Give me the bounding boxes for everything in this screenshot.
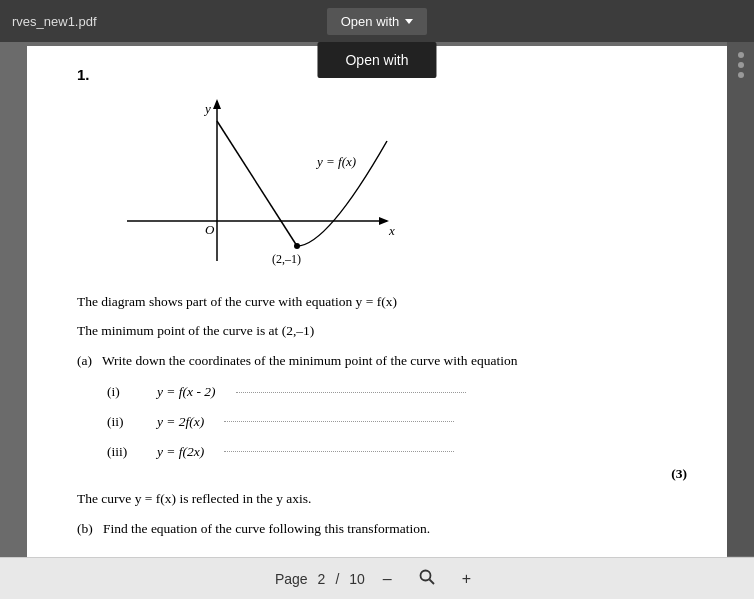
file-title: rves_new1.pdf: [12, 14, 97, 29]
svg-marker-1: [213, 99, 221, 109]
part-b: (b) Find the equation of the curve follo…: [77, 517, 697, 541]
svg-line-5: [429, 579, 434, 584]
page-label: Page: [275, 571, 308, 587]
dotted-line-ii: [224, 421, 454, 422]
search-button[interactable]: [410, 564, 444, 594]
sub-ii-label: (ii): [107, 407, 157, 437]
desc-1-text: The diagram shows part of the curve with…: [77, 294, 397, 309]
sub-i-label: (i): [107, 377, 157, 407]
origin-label: O: [205, 222, 215, 237]
page-separator: /: [335, 571, 339, 587]
dotted-line-iii: [224, 451, 454, 452]
sub-question-i: (i) y = f(x - 2): [107, 377, 697, 407]
open-with-label: Open with: [341, 14, 400, 29]
sub-question-iii: (iii) y = f(2x): [107, 437, 697, 467]
sub-iii-label: (iii): [107, 437, 157, 467]
sub-i-text: y = f(x - 2): [157, 377, 216, 407]
svg-marker-3: [379, 217, 389, 225]
description-1: The diagram shows part of the curve with…: [77, 291, 697, 314]
graph-svg: O y x (2,–1) y = f(x): [97, 91, 417, 281]
zoom-out-button[interactable]: –: [375, 566, 400, 592]
zoom-out-label: –: [383, 570, 392, 587]
side-dot-1: [738, 52, 744, 58]
graph-container: O y x (2,–1) y = f(x): [97, 91, 697, 281]
sub-iii-text: y = f(2x): [157, 437, 204, 467]
desc-2-text: The minimum point of the curve is at (2,…: [77, 323, 314, 338]
sub-question-ii: (ii) y = 2f(x): [107, 407, 697, 437]
zoom-in-label: +: [462, 570, 471, 587]
top-bar: rves_new1.pdf Open with: [0, 0, 754, 42]
dropdown-arrow-icon: [405, 19, 413, 24]
minimum-label: (2,–1): [272, 252, 301, 266]
open-with-button[interactable]: Open with: [327, 8, 428, 35]
svg-point-4: [420, 570, 430, 580]
side-panel-right: [727, 42, 754, 556]
part-a-text: Write down the coordinates of the minimu…: [102, 353, 518, 368]
current-page: 2: [318, 571, 326, 587]
open-with-dropdown[interactable]: Open with: [317, 42, 436, 78]
side-dot-3: [738, 72, 744, 78]
part-b-text: Find the equation of the curve following…: [103, 521, 430, 536]
marks-3: (3): [77, 466, 687, 482]
part-a-label: (a): [77, 353, 92, 368]
search-icon: [418, 568, 436, 586]
dotted-line-i: [236, 392, 466, 393]
minimum-point: [294, 243, 300, 249]
sub-ii-text: y = 2f(x): [157, 407, 204, 437]
part-b-desc: The curve y = f(x) is reflected in the y…: [77, 488, 697, 511]
description-2: The minimum point of the curve is at (2,…: [77, 320, 697, 343]
part-b-label: (b): [77, 521, 93, 536]
side-dot-2: [738, 62, 744, 68]
total-pages: 10: [349, 571, 365, 587]
dropdown-open-with-label: Open with: [345, 52, 408, 68]
function-label: y = f(x): [315, 154, 356, 169]
main-content: 1. O y x (2,–: [27, 46, 727, 560]
x-axis-label: x: [388, 223, 395, 238]
bottom-toolbar: Page 2 / 10 – +: [0, 557, 754, 599]
y-axis-label: y: [203, 101, 211, 116]
part-a: (a) Write down the coordinates of the mi…: [77, 349, 697, 373]
zoom-in-button[interactable]: +: [454, 566, 479, 592]
